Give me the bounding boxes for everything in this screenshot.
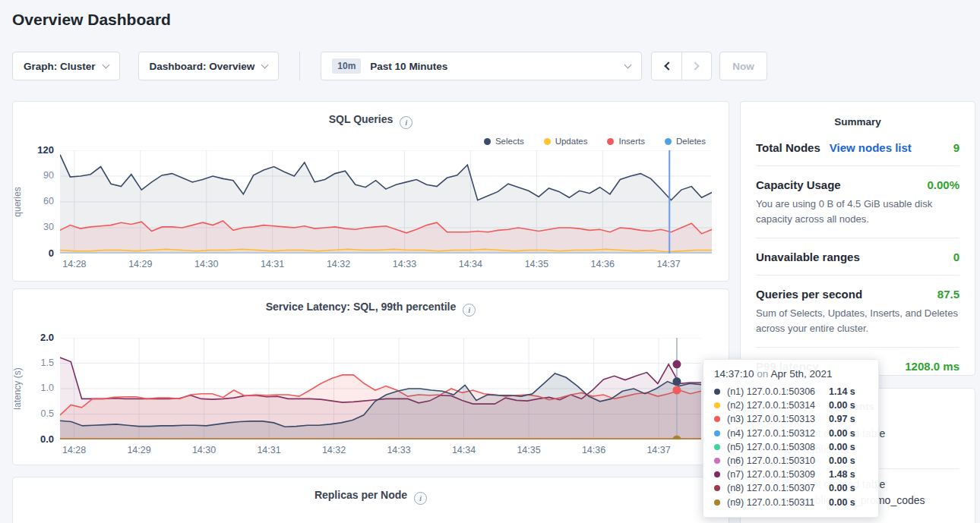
dashboard-dropdown[interactable]: Dashboard: Overview: [138, 52, 280, 80]
tooltip-node-row: (n9) 127.0.0.1:503110.00 s: [714, 496, 868, 509]
legend-item: Selects: [484, 137, 524, 146]
tooltip-node-row: (n2) 127.0.0.1:503140.00 s: [714, 399, 868, 412]
tooltip-node-row: (n7) 127.0.0.1:503091.48 s: [714, 468, 868, 481]
x-axis-tick: 14:34: [447, 259, 493, 269]
tooltip-node-label: (n1) 127.0.0.1:50306: [727, 386, 829, 397]
tooltip-node-label: (n7) 127.0.0.1:50309: [727, 469, 829, 480]
tooltip-node-label: (n6) 127.0.0.1:50310: [727, 455, 829, 466]
chart-title: Service Latency: SQL, 99th percentilei: [13, 301, 729, 317]
x-axis-tick: 14:32: [311, 445, 357, 455]
y-axis-tick: 0.5: [22, 408, 54, 419]
sql-queries-chart[interactable]: queries 030609012014:2814:2914:3014:3114…: [60, 150, 712, 254]
tooltip-node-value: 1.48 s: [829, 469, 855, 480]
tooltip-node-label: (n8) 127.0.0.1:50307: [727, 483, 829, 493]
prev-time-button[interactable]: [652, 52, 681, 80]
chart-title-text: Replicas per Node: [315, 489, 407, 501]
info-icon[interactable]: i: [400, 116, 413, 129]
legend-item: Inserts: [607, 137, 645, 146]
info-icon[interactable]: i: [463, 304, 476, 317]
x-axis-tick: 14:31: [246, 445, 292, 455]
legend-label: Inserts: [618, 137, 645, 146]
series-dot-icon: [714, 471, 720, 477]
summary-row-capacity-usage: Capacity Usage 0.00% You are using 0 B o…: [756, 166, 959, 238]
series-dot-icon: [714, 430, 720, 436]
graph-scope-label: Graph: Cluster: [24, 61, 96, 72]
chevron-left-icon: [664, 61, 672, 70]
chart-legend: SelectsUpdatesInsertsDeletes: [464, 137, 706, 146]
chart-title: Replicas per Nodei: [13, 489, 729, 505]
y-axis-tick: 90: [22, 170, 54, 181]
legend-item: Updates: [544, 137, 588, 146]
x-axis-tick: 14:29: [118, 259, 163, 269]
series-dot-icon: [714, 458, 720, 464]
chevron-right-icon: [691, 61, 700, 70]
x-axis-tick: 14:35: [514, 259, 559, 269]
summary-value: 87.5: [937, 288, 959, 301]
tooltip-node-row: (n5) 127.0.0.1:503080.00 s: [714, 440, 868, 454]
summary-label: Unavailable ranges: [756, 250, 860, 263]
y-axis-tick: 30: [22, 222, 54, 232]
service-latency-panel: Service Latency: SQL, 99th percentilei l…: [12, 288, 729, 465]
chart-title: SQL Queriesi: [13, 113, 729, 129]
tooltip-node-label: (n5) 127.0.0.1:50308: [727, 442, 829, 452]
summary-description: Sum of Selects, Updates, Inserts, and De…: [756, 306, 959, 336]
next-time-button[interactable]: [681, 52, 711, 80]
chevron-down-icon: [261, 61, 269, 68]
graph-scope-dropdown[interactable]: Graph: Cluster: [12, 52, 120, 80]
series-dot-icon: [714, 402, 720, 408]
tooltip-node-label: (n2) 127.0.0.1:50314: [727, 400, 829, 411]
legend-dot-icon: [665, 138, 672, 145]
series-dot-icon: [714, 444, 720, 450]
y-axis-tick: 120: [22, 144, 54, 156]
summary-label: Capacity Usage: [756, 178, 841, 191]
summary-row-total-nodes: Total Nodes View nodes list 9: [756, 129, 959, 166]
now-button[interactable]: Now: [719, 52, 767, 80]
chart-title-text: Service Latency: SQL, 99th percentile: [266, 301, 457, 313]
page-title: Overview Dashboard: [12, 11, 171, 29]
x-axis-tick: 14:32: [316, 259, 362, 269]
service-latency-chart[interactable]: latency (s) 0.00.51.01.52.014:2814:2914:…: [60, 338, 701, 440]
legend-dot-icon: [484, 138, 491, 145]
x-axis-tick: 14:36: [571, 445, 617, 455]
summary-panel: Summary Total Nodes View nodes list 9 Ca…: [740, 101, 975, 376]
tooltip-node-value: 0.97 s: [829, 414, 855, 424]
tooltip-node-label: (n9) 127.0.0.1:50311: [727, 497, 829, 508]
sql-queries-panel: SQL Queriesi SelectsUpdatesInsertsDelete…: [12, 101, 729, 282]
tooltip-node-value: 0.00 s: [829, 497, 855, 508]
legend-dot-icon: [544, 138, 551, 145]
summary-title: Summary: [741, 102, 975, 129]
legend-item: Deletes: [665, 137, 706, 146]
series-dot-icon: [714, 416, 720, 422]
tooltip-node-value: 0.00 s: [829, 455, 855, 466]
x-axis-tick: 14:30: [182, 445, 227, 455]
view-nodes-list-link[interactable]: View nodes list: [830, 141, 912, 154]
dashboard-label: Dashboard: Overview: [150, 61, 255, 72]
x-axis-tick: 14:34: [441, 445, 487, 455]
tooltip-node-value: 0.00 s: [829, 442, 855, 452]
time-range-dropdown[interactable]: 10m Past 10 Minutes: [321, 52, 642, 80]
y-axis-tick: 1.5: [22, 358, 54, 368]
tooltip-node-value: 1.14 s: [829, 386, 855, 397]
chart-title-text: SQL Queries: [329, 113, 394, 125]
y-axis-tick: 2.0: [22, 332, 54, 343]
x-axis-tick: 14:30: [184, 259, 229, 269]
summary-value: 0: [953, 250, 959, 263]
x-axis-tick: 14:37: [646, 259, 691, 269]
toolbar: Graph: Cluster Dashboard: Overview 10m P…: [12, 52, 767, 80]
summary-value: 0.00%: [927, 178, 959, 191]
series-dot-icon: [714, 485, 720, 491]
summary-label: Total Nodes: [756, 141, 820, 154]
summary-value: 1208.0 ms: [905, 360, 959, 373]
info-icon[interactable]: i: [414, 492, 427, 505]
x-axis-tick: 14:29: [116, 445, 162, 455]
tooltip-node-row: (n4) 127.0.0.1:503120.00 s: [714, 427, 868, 440]
x-axis-tick: 14:33: [376, 445, 422, 455]
x-axis-tick: 14:28: [52, 259, 97, 269]
y-axis-tick: 0: [22, 247, 54, 259]
series-dot-icon: [714, 389, 720, 395]
summary-label: Queries per second: [756, 288, 862, 301]
tooltip-node-value: 0.00 s: [829, 483, 855, 493]
summary-value: 9: [953, 141, 959, 154]
tooltip-node-row: (n3) 127.0.0.1:503130.97 s: [714, 412, 868, 426]
summary-row-qps: Queries per second 87.5 Sum of Selects, …: [756, 276, 959, 348]
